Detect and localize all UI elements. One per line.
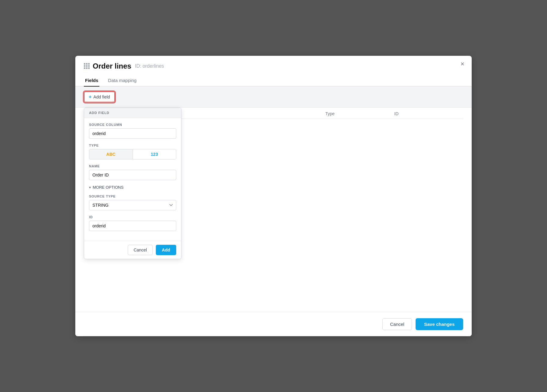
modal-subtitle: ID: orderlines bbox=[135, 63, 164, 69]
panel-header: ADD FIELD bbox=[84, 108, 181, 118]
footer-cancel-button[interactable]: Cancel bbox=[382, 318, 412, 330]
close-button[interactable]: × bbox=[460, 61, 464, 67]
panel-cancel-button[interactable]: Cancel bbox=[128, 245, 153, 255]
source-column-label: SOURCE COLUMN bbox=[89, 123, 176, 127]
source-column-input[interactable] bbox=[89, 128, 176, 139]
content-area: ADD FIELD SOURCE COLUMN TYPE ABC 123 bbox=[75, 108, 472, 312]
modal-footer: Cancel Save changes bbox=[75, 312, 472, 336]
toolbar: + Add field bbox=[75, 87, 472, 108]
source-type-group: SOURCE TYPE STRING NUMBER BOOLEAN DATE bbox=[89, 194, 176, 210]
type-abc-button[interactable]: ABC bbox=[89, 149, 133, 159]
plus-icon: + bbox=[89, 94, 91, 100]
add-field-label: Add field bbox=[93, 94, 110, 99]
grid-icon bbox=[84, 63, 90, 69]
type-label: TYPE bbox=[89, 144, 176, 147]
type-group: TYPE ABC 123 bbox=[89, 144, 176, 159]
tab-fields[interactable]: Fields bbox=[84, 75, 99, 87]
name-group: NAME bbox=[89, 164, 176, 180]
more-options-label: MORE OPTIONS bbox=[93, 185, 123, 190]
add-field-panel: ADD FIELD SOURCE COLUMN TYPE ABC 123 bbox=[84, 108, 181, 259]
col-type-header: Type bbox=[325, 111, 394, 116]
id-input[interactable] bbox=[89, 221, 176, 231]
add-field-button[interactable]: + Add field bbox=[84, 91, 115, 102]
tabs: Fields Data mapping bbox=[75, 75, 472, 87]
name-input[interactable] bbox=[89, 170, 176, 180]
type-toggle: ABC 123 bbox=[89, 149, 176, 159]
panel-add-button[interactable]: Add bbox=[156, 245, 176, 255]
col-id-header: ID bbox=[394, 111, 463, 116]
main-content: + Add field ADD FIELD SOURCE COLUMN TYPE bbox=[75, 87, 472, 312]
source-type-select[interactable]: STRING NUMBER BOOLEAN DATE bbox=[89, 200, 176, 210]
modal-title: Order lines bbox=[93, 62, 131, 70]
panel-body: SOURCE COLUMN TYPE ABC 123 NAME bbox=[84, 118, 181, 241]
id-label: ID bbox=[89, 215, 176, 219]
footer-save-button[interactable]: Save changes bbox=[416, 318, 463, 330]
source-column-group: SOURCE COLUMN bbox=[89, 123, 176, 139]
more-options-toggle[interactable]: ▾ MORE OPTIONS bbox=[89, 185, 176, 190]
modal: Order lines ID: orderlines × Fields Data… bbox=[75, 56, 472, 336]
type-num-button[interactable]: 123 bbox=[133, 149, 176, 159]
source-type-label: SOURCE TYPE bbox=[89, 194, 176, 198]
name-label: NAME bbox=[89, 164, 176, 168]
id-group: ID bbox=[89, 215, 176, 231]
modal-header: Order lines ID: orderlines × bbox=[75, 56, 472, 70]
chevron-down-icon: ▾ bbox=[89, 185, 91, 190]
panel-footer: Cancel Add bbox=[84, 241, 181, 259]
tab-data-mapping[interactable]: Data mapping bbox=[107, 75, 138, 87]
